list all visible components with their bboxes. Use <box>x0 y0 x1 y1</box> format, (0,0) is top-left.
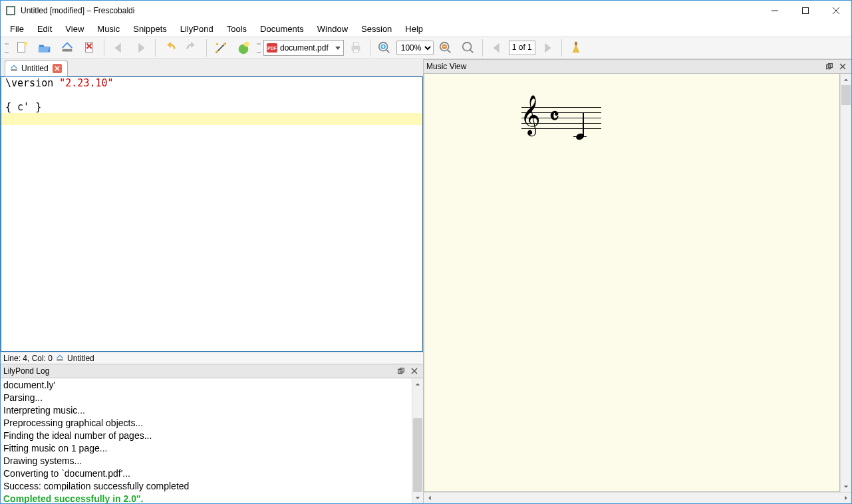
engrave-button[interactable] <box>210 39 231 57</box>
pdf-icon: PDF <box>267 43 277 53</box>
tab-label: Untitled <box>21 64 49 73</box>
log-panel-title: LilyPond Log <box>3 366 394 376</box>
zoom-in-button[interactable] <box>374 39 395 57</box>
log-scrollbar[interactable] <box>412 378 423 503</box>
menu-music[interactable]: Music <box>90 23 126 35</box>
log-line: Converting to `document.pdf'... <box>3 467 409 480</box>
detach-button[interactable] <box>395 366 407 376</box>
minimize-button[interactable] <box>760 1 790 21</box>
zoom-out-button[interactable] <box>435 39 456 57</box>
print-button[interactable] <box>345 39 366 57</box>
music-panel-title: Music View <box>426 62 822 71</box>
time-signature: 𝄴 <box>549 106 559 128</box>
log-line: Preprocessing graphical objects... <box>3 417 409 430</box>
tab-close-button[interactable] <box>53 64 62 73</box>
code-line <box>1 89 422 101</box>
app-icon <box>6 6 15 15</box>
maximize-button[interactable] <box>790 1 821 21</box>
cursor-position: Line: 4, Col: 0 <box>3 354 53 363</box>
titlebar: Untitled [modified] – Frescobaldi <box>1 1 851 21</box>
zoom-fit-button[interactable] <box>458 39 479 57</box>
chevron-down-icon <box>335 47 341 50</box>
music-scrollbar-v[interactable] <box>840 74 851 492</box>
log-line: Finding the ideal number of pages... <box>3 430 409 442</box>
menu-documents[interactable]: Documents <box>253 23 311 35</box>
open-button[interactable] <box>34 39 55 57</box>
svg-point-9 <box>244 42 249 47</box>
music-view[interactable]: 𝄞 𝄴 <box>424 74 840 492</box>
forward-button[interactable] <box>130 39 152 57</box>
svg-rect-12 <box>353 49 358 53</box>
log-line: Parsing... <box>3 392 409 404</box>
svg-point-6 <box>223 43 226 46</box>
log-line: Interpreting music... <box>3 404 409 417</box>
svg-rect-3 <box>63 49 72 52</box>
menu-view[interactable]: View <box>59 23 90 35</box>
note-stem <box>583 112 584 136</box>
file-icon <box>55 354 65 363</box>
log-line: Success: compilation successfully comple… <box>3 480 409 493</box>
close-button[interactable] <box>821 1 851 21</box>
log-line: Drawing systems... <box>3 455 409 467</box>
close-panel-button[interactable] <box>837 61 849 72</box>
save-button[interactable] <box>57 39 78 57</box>
clear-button[interactable] <box>565 39 587 57</box>
code-line: { c' } <box>1 101 422 113</box>
new-button[interactable] <box>11 39 33 57</box>
editor-status-bar: Line: 4, Col: 0 Untitled <box>1 352 423 364</box>
redo-button[interactable] <box>182 39 203 57</box>
toolbar-handle-2[interactable] <box>257 39 261 57</box>
undo-button[interactable] <box>159 39 180 57</box>
menu-edit[interactable]: Edit <box>31 23 59 35</box>
log-output[interactable]: document.ly' Parsing... Interpreting mus… <box>1 378 412 503</box>
back-button[interactable] <box>108 39 129 57</box>
code-keyword: \version <box>5 77 59 89</box>
menu-lilypond[interactable]: LilyPond <box>174 23 220 35</box>
svg-point-7 <box>216 51 219 53</box>
svg-point-17 <box>462 43 471 51</box>
menu-snippets[interactable]: Snippets <box>126 23 174 35</box>
code-string: "2.23.10" <box>59 77 113 89</box>
svg-rect-0 <box>803 8 809 14</box>
file-icon <box>9 64 19 73</box>
app-window: Untitled [modified] – Frescobaldi File E… <box>0 0 852 504</box>
log-success: Completed successfully in 2.0". <box>3 493 409 503</box>
scrollbar-thumb[interactable] <box>413 418 422 492</box>
status-filename: Untitled <box>67 354 94 363</box>
scrollbar-thumb[interactable] <box>841 85 851 105</box>
menu-help[interactable]: Help <box>398 23 430 35</box>
svg-point-2 <box>24 42 28 46</box>
detach-button[interactable] <box>823 61 835 72</box>
window-title: Untitled [modified] – Frescobaldi <box>21 6 760 15</box>
menu-window[interactable]: Window <box>311 23 355 35</box>
music-scrollbar-h[interactable] <box>424 492 851 503</box>
toolbar-handle[interactable] <box>5 39 9 57</box>
menu-file[interactable]: File <box>3 23 31 35</box>
close-panel-button[interactable] <box>408 366 420 376</box>
editor-tab[interactable]: Untitled <box>5 61 68 76</box>
code-editor[interactable]: \version "2.23.10" { c' } <box>1 76 423 352</box>
menubar: File Edit View Music Snippets LilyPond T… <box>1 21 851 37</box>
prev-page-button[interactable] <box>486 39 507 57</box>
page-indicator[interactable]: 1 of 1 <box>509 41 535 55</box>
pdf-name: document.pdf <box>280 43 329 53</box>
menu-session[interactable]: Session <box>355 23 398 35</box>
code-current-line <box>1 113 422 125</box>
music-panel-header: Music View <box>424 59 851 74</box>
treble-clef-icon: 𝄞 <box>520 98 541 132</box>
engrave-publish-button[interactable] <box>233 39 254 57</box>
zoom-select[interactable]: 100% <box>396 41 434 55</box>
log-line: Fitting music on 1 page... <box>3 442 409 455</box>
log-line: document.ly' <box>3 379 409 392</box>
next-page-button[interactable] <box>537 39 558 57</box>
close-file-button[interactable] <box>79 39 100 57</box>
pdf-select[interactable]: PDF document.pdf <box>263 40 344 56</box>
svg-rect-11 <box>353 43 358 47</box>
svg-rect-19 <box>11 69 17 70</box>
svg-rect-18 <box>575 42 577 46</box>
svg-rect-20 <box>57 359 63 360</box>
log-panel-header: LilyPond Log <box>1 364 423 378</box>
editor-tabs: Untitled <box>1 59 423 76</box>
toolbar: PDF document.pdf 100% 1 of 1 <box>1 37 851 59</box>
menu-tools[interactable]: Tools <box>220 23 253 35</box>
